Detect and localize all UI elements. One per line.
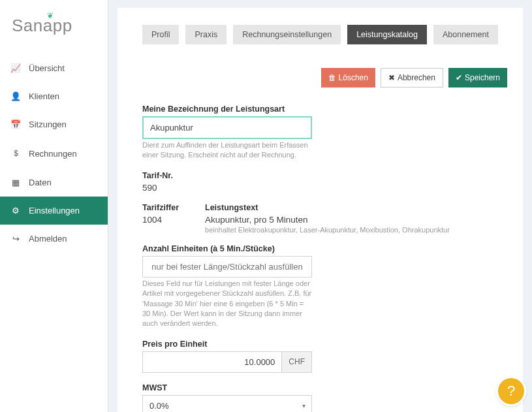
content-card: Profil Praxis Rechnungseinstellungen Lei… bbox=[117, 8, 523, 412]
einheiten-input[interactable] bbox=[142, 256, 312, 277]
save-label: Speichern bbox=[465, 73, 500, 82]
group-einheiten: Anzahl Einheiten (à 5 Min./Stücke) Diese… bbox=[142, 244, 467, 329]
cancel-button[interactable]: ✖ Abbrechen bbox=[381, 68, 443, 87]
calendar-icon: 📅 bbox=[10, 119, 21, 129]
sidebar-item-label: Einstellungen bbox=[29, 206, 80, 215]
group-leistungstext: Leistungstext Akupunktur, pro 5 Minuten … bbox=[205, 203, 467, 234]
main: Profil Praxis Rechnungseinstellungen Lei… bbox=[108, 0, 532, 412]
delete-button[interactable]: 🗑 Löschen bbox=[321, 68, 375, 87]
brand-name: Sanapp bbox=[12, 16, 72, 35]
help-fab[interactable]: ? bbox=[498, 378, 524, 404]
sidebar-item-label: Klienten bbox=[29, 91, 59, 101]
signout-icon: ↪ bbox=[10, 234, 21, 244]
group-preis: Preis pro Einheit CHF bbox=[142, 340, 467, 373]
sidebar-item-klienten[interactable]: 👤 Klienten bbox=[0, 82, 108, 110]
sidebar-item-daten[interactable]: ▦ Daten bbox=[0, 168, 108, 197]
delete-label: Löschen bbox=[339, 73, 368, 82]
question-icon: ? bbox=[507, 383, 515, 400]
trash-icon: 🗑 bbox=[328, 73, 336, 82]
mwst-label: MWST bbox=[142, 383, 467, 392]
tarifziffer-label: Tarifziffer bbox=[142, 203, 179, 212]
dollar-icon: ＄ bbox=[10, 148, 21, 159]
tab-leistungskatalog[interactable]: Leistungskatalog bbox=[347, 25, 427, 44]
settings-tabs: Profil Praxis Rechnungseinstellungen Lei… bbox=[117, 8, 523, 56]
einheiten-help: Dieses Feld nur für Leistungen mit feste… bbox=[142, 279, 312, 329]
group-mwst: MWST bbox=[142, 383, 467, 412]
group-bezeichnung: Meine Bezeichnung der Leistungsart Dient… bbox=[142, 104, 467, 161]
sidebar-item-abmelden[interactable]: ↪ Abmelden bbox=[0, 225, 108, 253]
leistungstext-label: Leistungstext bbox=[205, 203, 467, 212]
sidebar-item-label: Daten bbox=[29, 178, 52, 187]
tab-profil[interactable]: Profil bbox=[142, 25, 179, 44]
sidebar-item-label: Abmelden bbox=[29, 234, 67, 244]
cancel-label: Abbrechen bbox=[398, 73, 435, 82]
sidebar: ❦ Sanapp 📈 Übersicht 👤 Klienten 📅 Sitzun… bbox=[0, 0, 108, 412]
tab-praxis[interactable]: Praxis bbox=[185, 25, 227, 44]
bezeichnung-label: Meine Bezeichnung der Leistungsart bbox=[142, 104, 467, 114]
mwst-select[interactable] bbox=[142, 395, 312, 412]
check-icon: ✔ bbox=[456, 73, 462, 82]
action-bar: 🗑 Löschen ✖ Abbrechen ✔ Speichern bbox=[117, 56, 523, 93]
sidebar-item-sitzungen[interactable]: 📅 Sitzungen bbox=[0, 110, 108, 138]
group-tarif-nr: Tarif-Nr. 590 bbox=[142, 171, 467, 193]
tarifziffer-value: 1004 bbox=[142, 215, 179, 225]
sidebar-item-label: Rechnungen bbox=[29, 149, 77, 159]
close-icon: ✖ bbox=[388, 73, 395, 82]
tab-rechnungseinstellungen[interactable]: Rechnungseinstellungen bbox=[233, 25, 341, 44]
leistungstext-value: Akupunktur, pro 5 Minuten bbox=[205, 215, 467, 225]
einheiten-label: Anzahl Einheiten (à 5 Min./Stücke) bbox=[142, 244, 467, 253]
tarif-nr-value: 590 bbox=[142, 183, 467, 193]
sidebar-item-uebersicht[interactable]: 📈 Übersicht bbox=[0, 54, 108, 82]
sidebar-item-rechnungen[interactable]: ＄ Rechnungen bbox=[0, 138, 108, 168]
service-form: Meine Bezeichnung der Leistungsart Dient… bbox=[117, 93, 483, 412]
brand-logo: ❦ Sanapp bbox=[0, 0, 108, 54]
user-icon: 👤 bbox=[10, 91, 21, 101]
preis-label: Preis pro Einheit bbox=[142, 340, 467, 349]
tab-abonnement[interactable]: Abonnement bbox=[433, 25, 498, 44]
sidebar-item-label: Übersicht bbox=[29, 63, 65, 73]
sidebar-nav: 📈 Übersicht 👤 Klienten 📅 Sitzungen ＄ Rec… bbox=[0, 54, 108, 253]
sidebar-item-einstellungen[interactable]: ⚙ Einstellungen bbox=[0, 197, 108, 225]
currency-suffix: CHF bbox=[282, 351, 312, 373]
chart-icon: 📈 bbox=[10, 63, 21, 73]
group-tarifziffer: Tarifziffer 1004 bbox=[142, 203, 179, 234]
leaf-icon: ❦ bbox=[47, 11, 54, 20]
bezeichnung-input[interactable] bbox=[142, 116, 312, 139]
grid-icon: ▦ bbox=[10, 178, 21, 187]
sidebar-item-label: Sitzungen bbox=[29, 119, 67, 129]
leistungstext-sub: beinhaltet Elektroakupunktur, Laser-Akup… bbox=[205, 226, 467, 234]
preis-input[interactable] bbox=[142, 351, 282, 373]
tarif-nr-label: Tarif-Nr. bbox=[142, 171, 467, 180]
save-button[interactable]: ✔ Speichern bbox=[448, 68, 507, 87]
bezeichnung-help: Dient zum Auffinden der Leistungsart bei… bbox=[142, 140, 312, 161]
gear-icon: ⚙ bbox=[10, 206, 21, 215]
